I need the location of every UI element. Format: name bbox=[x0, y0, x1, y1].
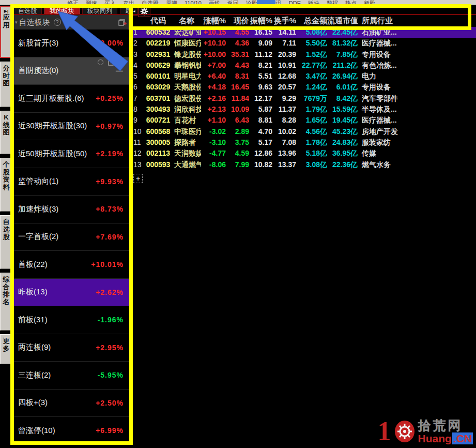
table-row[interactable]: 13000593大通燃气-8.067.9910.8213.373.08亿22.3… bbox=[132, 159, 476, 170]
menu-item[interactable]: 修正 bbox=[67, 0, 79, 5]
menu-item[interactable]: 买入 bbox=[104, 0, 116, 5]
board-item-change: +2.50% bbox=[96, 399, 124, 407]
column-header[interactable]: 涨幅% bbox=[201, 16, 226, 26]
cell-amount: 3.47亿 bbox=[296, 71, 327, 82]
column-header[interactable]: 名称 bbox=[172, 16, 201, 26]
table-row[interactable]: 4000629攀钢钒钛+7.004.438.2110.9122.77亿211.2… bbox=[132, 60, 476, 71]
add-stock-button[interactable]: + bbox=[133, 174, 143, 183]
menu-item[interactable]: 卖出 bbox=[123, 0, 134, 5]
cell-price: 4.59 bbox=[226, 148, 249, 159]
menu-item[interactable]: 版块 bbox=[308, 0, 319, 5]
left-toolbar-button[interactable]: 更多 bbox=[0, 334, 12, 364]
column-header[interactable]: 总金额 bbox=[296, 16, 327, 26]
left-toolbar-button[interactable]: 个股资料 bbox=[0, 158, 12, 212]
left-toolbar-button[interactable]: ▶|应用 bbox=[0, 6, 12, 58]
board-item-label: 曾涨停(10) bbox=[18, 426, 55, 436]
cell-name: 宏达矿业 bbox=[172, 27, 201, 38]
menu-item[interactable]: 返回 bbox=[227, 0, 239, 5]
menu-item[interactable]: 110/10 bbox=[185, 0, 202, 5]
column-header[interactable]: 换手% bbox=[272, 16, 296, 26]
cell-name: 锋龙股份 bbox=[172, 49, 201, 60]
cell-amplitude: 9.63 bbox=[249, 82, 272, 93]
board-item[interactable]: 昨板(13)+2.62% bbox=[13, 279, 132, 307]
left-toolbar-button[interactable]: K线图 bbox=[0, 111, 12, 154]
table-row[interactable]: 2002219恒康医疗+10.104.369.097.115.50亿81.32亿… bbox=[132, 38, 476, 49]
cell-amplitude: 10.82 bbox=[249, 159, 272, 170]
board-item[interactable]: 四板+(3)+2.50% bbox=[13, 390, 132, 417]
table-row[interactable]: 8300493润欣科技+2.1310.095.8711.371.79亿15.59… bbox=[132, 104, 476, 115]
menu-item[interactable]: 测速 bbox=[86, 0, 97, 5]
board-item-label: 昨板(13) bbox=[18, 287, 48, 297]
menu-item[interactable]: 画线 bbox=[209, 0, 220, 5]
table-row[interactable]: 12002113天润数娱-4.774.5912.8613.965.18亿36.9… bbox=[132, 148, 476, 159]
table-row[interactable]: 9600721百花村+1.106.438.818.281.65亿19.45亿医疗… bbox=[132, 115, 476, 126]
left-toolbar-button[interactable]: 综合排名 bbox=[0, 273, 12, 331]
watermark-domain-cn: .CN bbox=[452, 432, 473, 444]
board-item[interactable]: 三连板(2)-5.95% bbox=[13, 362, 132, 390]
board-item[interactable]: 近三期开板新股.(6)+0.25% bbox=[13, 85, 132, 113]
column-header[interactable]: 现价 bbox=[226, 16, 249, 26]
board-item[interactable]: 两连板(9)+2.95% bbox=[13, 334, 132, 362]
column-header[interactable]: 代码 bbox=[144, 16, 172, 26]
panel-scrollbar[interactable] bbox=[129, 166, 131, 248]
board-item[interactable]: 新股首开(3)+10.00% bbox=[13, 29, 132, 57]
toolbar-blue-button[interactable] bbox=[257, 0, 275, 5]
cell-change: -3.10 bbox=[201, 137, 226, 148]
cell-industry: 房地产开发 bbox=[358, 126, 476, 137]
cell-seq: 4 bbox=[132, 60, 144, 71]
menu-item[interactable]: 新股 bbox=[364, 0, 375, 5]
cell-industry: 医疗器械... bbox=[358, 38, 476, 49]
cell-code: 000593 bbox=[144, 159, 172, 170]
cell-turnover: 14.11 bbox=[272, 27, 296, 38]
cell-price: 3.75 bbox=[226, 137, 249, 148]
cell-market-cap: 6.01亿 bbox=[327, 82, 358, 93]
watermark-domain: Huang bbox=[418, 432, 452, 444]
table-row[interactable]: 5600101明星电力+6.408.315.5112.683.47亿26.94亿… bbox=[132, 71, 476, 82]
select-circle-icon[interactable] bbox=[98, 59, 103, 65]
help-icon[interactable]: ? bbox=[54, 19, 61, 26]
cell-industry: 有色冶炼... bbox=[358, 60, 476, 71]
collapse-caret-icon[interactable]: ▾ bbox=[15, 20, 18, 25]
column-header[interactable]: 所属行业 bbox=[358, 16, 476, 26]
gear-logo-icon bbox=[394, 420, 416, 443]
menu-item[interactable]: 周期 bbox=[166, 0, 177, 5]
board-item[interactable]: 前板(31)-1.96% bbox=[13, 306, 132, 334]
cell-code: 000629 bbox=[144, 60, 172, 71]
settings-gear-icon[interactable] bbox=[138, 5, 150, 17]
board-item[interactable]: 监管动向(1)+9.93% bbox=[13, 168, 132, 196]
cell-amount: 5.50亿 bbox=[296, 38, 327, 49]
menu-item[interactable]: DDE bbox=[289, 0, 301, 5]
board-item[interactable]: 首阴预选(0)— bbox=[13, 57, 132, 85]
column-header[interactable]: 振幅% bbox=[249, 16, 272, 26]
table-row[interactable]: 7603701德宏股份+2.1611.8412.179.297679万8.42亿… bbox=[132, 93, 476, 104]
table-row[interactable]: 10600568中珠医疗-3.022.894.7010.024.56亿45.23… bbox=[132, 126, 476, 137]
board-item[interactable]: 一字首板(2)+7.69% bbox=[13, 223, 132, 251]
trash-icon[interactable] bbox=[119, 59, 125, 66]
menu-item[interactable]: 数据 bbox=[327, 0, 338, 5]
table-row[interactable]: 11300005探路者-3.103.755.177.081.78亿24.83亿服… bbox=[132, 137, 476, 148]
left-toolbar-button[interactable]: 分时图 bbox=[0, 62, 12, 107]
column-header[interactable]: 流通市值 bbox=[327, 16, 358, 26]
board-item[interactable]: 近30期开板新股(30)+0.97% bbox=[13, 113, 132, 141]
cell-change: -4.77 bbox=[201, 148, 226, 159]
edit-icon[interactable] bbox=[108, 59, 114, 66]
menu-item[interactable]: 热点 bbox=[345, 0, 357, 5]
board-item[interactable]: 首板(22)+10.01% bbox=[13, 251, 132, 279]
table-row[interactable]: 3002931锋龙股份+10.0035.3111.1220.391.52亿7.8… bbox=[132, 49, 476, 60]
cell-seq: 1 bbox=[132, 27, 144, 38]
board-item[interactable]: 加速炸板(3)+8.73% bbox=[13, 196, 132, 223]
cell-name: 明星电力 bbox=[172, 71, 201, 82]
board-item[interactable]: 近50期开板新股(50)+2.19% bbox=[13, 140, 132, 168]
left-toolbar-button[interactable]: 自选股 bbox=[0, 215, 12, 269]
board-item-label: 监管动向(1) bbox=[18, 176, 58, 186]
board-item[interactable]: 曾涨停(10)+6.99% bbox=[13, 417, 132, 444]
table-row[interactable]: 1600532宏达矿业+10.154.5516.1514.115.08亿22.4… bbox=[132, 27, 476, 38]
menu-item[interactable]: 自选股 bbox=[142, 0, 159, 5]
table-row[interactable]: 6603029天鹅股份+4.1816.459.6320.571.24亿6.01亿… bbox=[132, 82, 476, 93]
cell-industry: 燃气水务 bbox=[358, 159, 476, 170]
left-toolbar-label: 综合排名 bbox=[1, 276, 12, 306]
add-board-icon[interactable] bbox=[118, 19, 127, 26]
cell-price: 11.84 bbox=[226, 93, 249, 104]
cell-name: 攀钢钒钛 bbox=[172, 60, 201, 71]
cell-amount: 4.56亿 bbox=[296, 126, 327, 137]
